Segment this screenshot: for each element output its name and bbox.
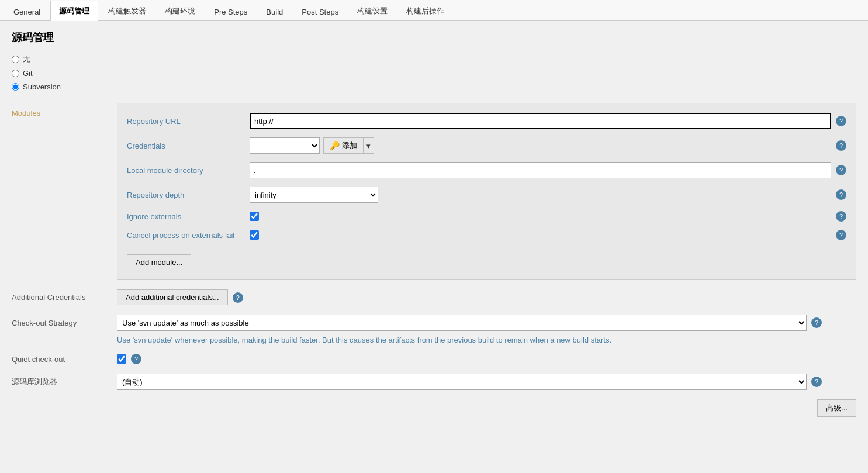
source-browser-help[interactable]: ? [811, 377, 822, 387]
repo-url-label: Repository URL [127, 117, 244, 126]
repo-depth-content: Repository depth infinity empty files im… [127, 187, 831, 203]
credentials-help[interactable]: ? [836, 140, 846, 151]
repo-url-input[interactable] [250, 113, 831, 129]
local-dir-input-wrapper [250, 162, 831, 178]
checkout-strategy-help[interactable]: ? [811, 317, 822, 328]
credentials-controls: 🔑 添加 ▾ [250, 137, 374, 154]
quiet-checkout-help[interactable]: ? [131, 354, 141, 364]
page-title: 源码管理 [12, 30, 856, 44]
repo-depth-select[interactable]: infinity empty files immediates [250, 187, 378, 203]
add-credentials-section-btn[interactable]: Add additional credentials... [117, 289, 228, 305]
quiet-checkout-checkbox[interactable] [117, 354, 126, 364]
ignore-externals-help[interactable]: ? [836, 211, 846, 222]
add-btn-label: 添加 [342, 140, 357, 151]
quiet-checkout-label: Quiet check-out [12, 355, 117, 364]
additional-credentials-label: Additional Credentials [12, 293, 117, 302]
ignore-externals-checkbox[interactable] [250, 212, 259, 221]
scm-radio-group: 无 Git Subversion [12, 54, 856, 91]
modules-section: Modules Repository URL ? Credentials [12, 103, 856, 280]
radio-none-label: 无 [23, 54, 30, 64]
tab-post-steps[interactable]: Post Steps [293, 2, 347, 21]
tab-build-settings[interactable]: 构建设置 [348, 1, 396, 21]
repo-url-row: Repository URL ? [127, 113, 846, 129]
ignore-externals-row: Ignore externals ? [127, 211, 846, 222]
credentials-row: Credentials 🔑 添加 ▾ ? [127, 137, 846, 154]
repo-depth-row: Repository depth infinity empty files im… [127, 187, 846, 203]
cancel-externals-content: Cancel process on externals fail [127, 230, 831, 240]
checkout-strategy-label: Check-out Strategy [12, 319, 117, 327]
cancel-externals-checkbox[interactable] [250, 230, 259, 240]
quiet-checkout-section: Quiet check-out ? [12, 354, 856, 364]
radio-none-input[interactable] [12, 56, 19, 63]
source-browser-select[interactable]: (自动) [117, 374, 807, 390]
credentials-label: Credentials [127, 141, 244, 150]
ignore-externals-label: Ignore externals [127, 212, 244, 221]
modules-box: Repository URL ? Credentials [117, 103, 856, 280]
local-dir-row: Local module directory ? [127, 162, 846, 178]
cancel-externals-label: Cancel process on externals fail [127, 231, 244, 240]
cancel-externals-help[interactable]: ? [836, 230, 846, 240]
radio-subversion[interactable]: Subversion [12, 82, 856, 91]
repo-url-input-wrapper [250, 113, 831, 129]
repo-depth-select-wrapper: infinity empty files immediates [250, 187, 378, 203]
advanced-section: 高级... [12, 399, 856, 417]
tab-build-trigger[interactable]: 构建触发器 [99, 1, 155, 21]
checkout-strategy-row: Check-out Strategy Use 'svn update' as m… [12, 315, 856, 331]
additional-credentials-section: Additional Credentials Add additional cr… [12, 289, 856, 305]
add-btn-dropdown[interactable]: ▾ [364, 137, 374, 154]
tab-build[interactable]: Build [257, 2, 292, 21]
repo-url-help[interactable]: ? [836, 116, 846, 126]
checkout-strategy-desc: Use 'svn update' whenever possible, maki… [117, 336, 856, 344]
local-dir-label: Local module directory [127, 166, 244, 175]
credentials-select[interactable] [250, 137, 320, 154]
modules-label: Modules [12, 103, 117, 118]
tab-build-env[interactable]: 构建环境 [156, 1, 204, 21]
repo-url-content: Repository URL [127, 113, 831, 129]
main-content: 源码管理 无 Git Subversion Modules Repository… [0, 21, 868, 473]
source-browser-section: 源码库浏览器 (自动) ? [12, 374, 856, 390]
radio-git[interactable]: Git [12, 69, 856, 78]
local-dir-help[interactable]: ? [836, 165, 846, 175]
radio-subversion-label: Subversion [23, 82, 61, 91]
add-credentials-btn[interactable]: 🔑 添加 [323, 137, 364, 154]
credentials-content: Credentials 🔑 添加 ▾ [127, 137, 831, 154]
tab-post-build[interactable]: 构建后操作 [397, 1, 453, 21]
add-module-btn[interactable]: Add module... [127, 254, 191, 270]
source-browser-label: 源码库浏览器 [12, 377, 117, 387]
checkout-strategy-section: Check-out Strategy Use 'svn update' as m… [12, 315, 856, 344]
tab-pre-steps[interactable]: Pre Steps [205, 2, 256, 21]
radio-git-label: Git [23, 69, 33, 78]
cancel-externals-row: Cancel process on externals fail ? [127, 230, 846, 240]
radio-git-input[interactable] [12, 70, 19, 77]
local-dir-input[interactable] [250, 162, 831, 178]
radio-none[interactable]: 无 [12, 54, 856, 64]
repo-depth-help[interactable]: ? [836, 189, 846, 200]
radio-subversion-input[interactable] [12, 83, 19, 91]
checkout-strategy-select[interactable]: Use 'svn update' as much as possible Alw… [117, 315, 807, 331]
key-icon: 🔑 [330, 141, 340, 150]
tab-bar: General 源码管理 构建触发器 构建环境 Pre Steps Build … [0, 0, 868, 21]
tab-general[interactable]: General [5, 2, 49, 21]
ignore-externals-content: Ignore externals [127, 212, 831, 221]
tab-source-mgmt[interactable]: 源码管理 [50, 1, 98, 21]
repo-depth-label: Repository depth [127, 191, 244, 199]
additional-credentials-help[interactable]: ? [233, 292, 243, 303]
local-dir-content: Local module directory [127, 162, 831, 178]
advanced-btn[interactable]: 高级... [817, 399, 856, 417]
